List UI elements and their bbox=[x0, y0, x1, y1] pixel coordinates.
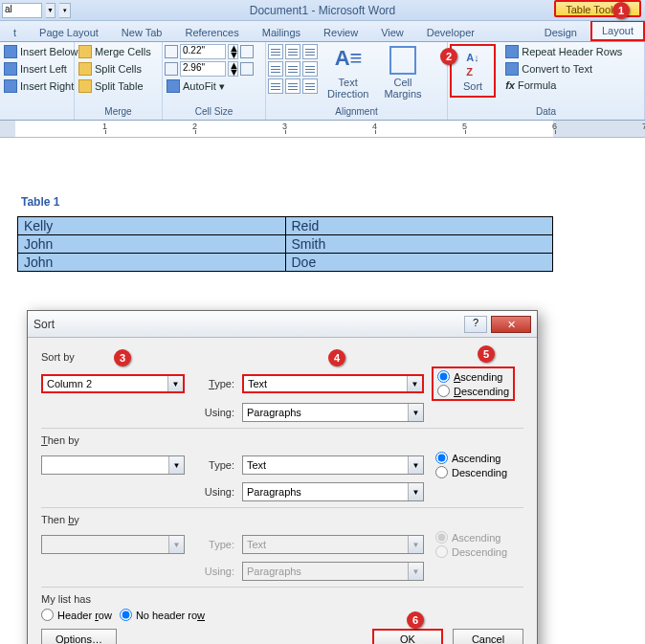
alignment-grid[interactable] bbox=[268, 44, 318, 94]
insert-left-icon bbox=[4, 62, 17, 76]
convert-icon bbox=[505, 62, 519, 76]
cell-margins-button[interactable]: Cell Margins bbox=[378, 44, 427, 101]
sort-icon: A↓Z bbox=[466, 50, 478, 78]
tab-layout[interactable]: Layout bbox=[590, 20, 645, 41]
badge-2: 2 bbox=[440, 48, 457, 65]
alignment-group-label: Alignment bbox=[268, 105, 445, 118]
cellsize-group-label: Cell Size bbox=[165, 105, 263, 118]
col-width[interactable]: 2.96"▲▼ bbox=[165, 61, 254, 77]
badge-4: 4 bbox=[328, 349, 345, 366]
type-label3: Type: bbox=[192, 539, 234, 550]
cell-margins-icon bbox=[389, 46, 416, 75]
dist-cols-icon[interactable] bbox=[240, 62, 254, 76]
tab-references[interactable]: References bbox=[175, 24, 248, 41]
using-label: Using: bbox=[192, 407, 234, 418]
sortby-desc-radio[interactable]: Descending bbox=[437, 385, 509, 397]
width-icon bbox=[165, 62, 178, 76]
mylist-label: My list has bbox=[41, 593, 523, 605]
dist-rows-icon[interactable] bbox=[240, 45, 254, 58]
row-height[interactable]: 0.22"▲▼ bbox=[165, 44, 254, 59]
ok-button[interactable]: OK bbox=[372, 629, 443, 644]
tab-t[interactable]: t bbox=[4, 24, 26, 41]
badge-5: 5 bbox=[478, 345, 495, 363]
thenby2-asc-radio: Ascending bbox=[435, 531, 507, 544]
thenby2-desc-radio: Descending bbox=[435, 545, 507, 558]
convert-text-button[interactable]: Convert to Text bbox=[503, 61, 624, 77]
autofit-icon bbox=[167, 79, 180, 93]
sortby-type-combo[interactable]: Text▼ bbox=[242, 374, 424, 393]
sortby-asc-radio[interactable]: Ascending bbox=[437, 370, 509, 383]
badge-3: 3 bbox=[114, 349, 131, 366]
thenby2-label: Then by bbox=[41, 514, 523, 525]
merge-icon bbox=[78, 45, 92, 58]
insert-left-button[interactable]: Insert Left bbox=[2, 61, 80, 77]
thenby2-column-combo: ▼ bbox=[41, 535, 185, 554]
ruler[interactable]: 1234567 bbox=[0, 121, 645, 138]
qat-dropdown[interactable]: ▼ bbox=[46, 3, 56, 18]
badge-6: 6 bbox=[407, 611, 424, 629]
window-title: Document1 - Microsoft Word bbox=[250, 4, 396, 17]
thenby2-type-combo: Text▼ bbox=[242, 535, 424, 554]
dialog-help-button[interactable]: ? bbox=[464, 316, 487, 333]
split-cells-button[interactable]: Split Cells bbox=[77, 61, 153, 77]
qat-style-selector[interactable]: al bbox=[2, 3, 42, 18]
tab-design[interactable]: Design bbox=[535, 24, 587, 41]
tab-new-tab[interactable]: New Tab bbox=[112, 24, 172, 41]
tab-review[interactable]: Review bbox=[314, 24, 367, 41]
insert-below-button[interactable]: Insert Below bbox=[2, 44, 80, 59]
insert-below-icon bbox=[4, 45, 17, 58]
using-label3: Using: bbox=[192, 566, 234, 577]
badge-1: 1 bbox=[612, 2, 630, 19]
table-row: KellyReid bbox=[18, 217, 553, 235]
tab-view[interactable]: View bbox=[371, 24, 413, 41]
thenby-using-combo[interactable]: Paragraphs▼ bbox=[242, 482, 424, 501]
table-row: JohnDoe bbox=[18, 254, 553, 272]
thenby-desc-radio[interactable]: Descending bbox=[435, 466, 507, 478]
table-row: JohnSmith bbox=[18, 235, 553, 254]
insert-right-icon bbox=[4, 79, 17, 93]
thenby2-using-combo: Paragraphs▼ bbox=[242, 562, 424, 581]
text-direction-icon: A≡ bbox=[335, 46, 362, 75]
table-caption: Table 1 bbox=[21, 195, 645, 209]
dialog-title: Sort bbox=[33, 318, 464, 331]
tab-page-layout[interactable]: Page Layout bbox=[30, 24, 108, 41]
options-button[interactable]: Options… bbox=[41, 629, 117, 644]
cancel-button[interactable]: Cancel bbox=[453, 629, 523, 644]
thenby-asc-radio[interactable]: Ascending bbox=[435, 452, 507, 464]
sortby-column-combo[interactable]: Column 2▼ bbox=[41, 374, 185, 393]
insert-right-button[interactable]: Insert Right bbox=[2, 78, 80, 94]
formula-button[interactable]: fxFormula bbox=[503, 78, 624, 92]
repeat-header-button[interactable]: Repeat Header Rows bbox=[503, 44, 624, 59]
sort-dialog: Sort ? ✕ Sort by 3 4 5 Column 2▼ Type: T… bbox=[27, 310, 538, 644]
data-group-label: Data bbox=[450, 105, 642, 118]
using-label2: Using: bbox=[192, 486, 234, 498]
autofit-button[interactable]: AutoFit ▾ bbox=[165, 78, 254, 94]
thenby-column-combo[interactable]: ▼ bbox=[41, 455, 185, 475]
type-label: Type: bbox=[192, 378, 234, 389]
thenby-label: Then by bbox=[41, 434, 523, 446]
data-table[interactable]: KellyReid JohnSmith JohnDoe bbox=[17, 216, 553, 272]
no-header-row-radio[interactable]: No header row bbox=[120, 609, 205, 621]
group-label bbox=[2, 105, 72, 118]
qat-more[interactable]: ▾ bbox=[59, 3, 71, 18]
merge-cells-button[interactable]: Merge Cells bbox=[77, 44, 153, 59]
split-cells-icon bbox=[78, 62, 92, 76]
text-direction-button[interactable]: A≡Text Direction bbox=[322, 44, 374, 101]
header-row-radio[interactable]: Header row bbox=[41, 609, 112, 621]
tab-developer[interactable]: Developer bbox=[417, 24, 484, 41]
split-table-icon bbox=[78, 79, 92, 93]
height-icon bbox=[165, 45, 178, 58]
type-label2: Type: bbox=[192, 459, 234, 471]
dialog-close-button[interactable]: ✕ bbox=[491, 316, 531, 333]
tab-mailings[interactable]: Mailings bbox=[253, 24, 310, 41]
formula-icon: fx bbox=[505, 79, 515, 91]
split-table-button[interactable]: Split Table bbox=[77, 78, 153, 94]
repeat-header-icon bbox=[505, 45, 519, 58]
merge-group-label: Merge bbox=[77, 105, 160, 118]
sortby-using-combo[interactable]: Paragraphs▼ bbox=[242, 403, 424, 422]
thenby-type-combo[interactable]: Text▼ bbox=[242, 455, 424, 475]
sort-button[interactable]: A↓Z Sort bbox=[457, 48, 488, 94]
